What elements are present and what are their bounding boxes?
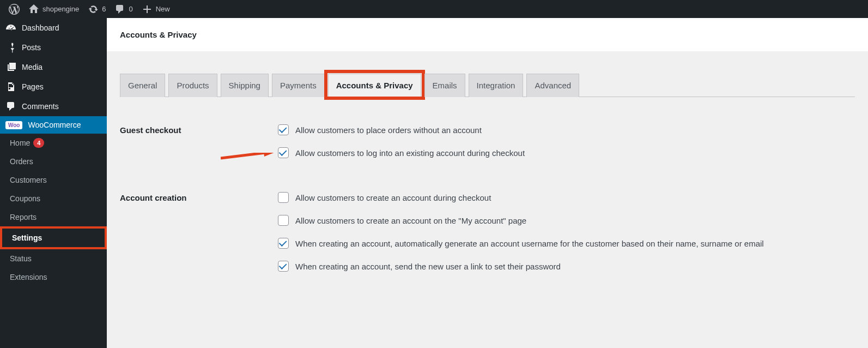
svg-line-0	[221, 153, 265, 158]
sidebar-sub-coupons[interactable]: Coupons	[0, 189, 107, 208]
tab-products[interactable]: Products	[168, 74, 217, 97]
sidebar-sub-settings[interactable]: Settings	[0, 226, 107, 249]
opt-password-link: When creating an account, send the new u…	[278, 261, 855, 272]
tab-advanced[interactable]: Advanced	[526, 74, 579, 97]
wp-logo-menu[interactable]	[4, 0, 24, 18]
home-icon	[28, 4, 39, 15]
tab-integration[interactable]: Integration	[469, 74, 524, 97]
svg-marker-1	[263, 153, 275, 157]
sidebar-sub-customers[interactable]: Customers	[0, 171, 107, 189]
sidebar-sub-label: Coupons	[10, 194, 40, 203]
tab-accounts-privacy[interactable]: Accounts & Privacy	[328, 74, 421, 97]
sidebar-item-label: Posts	[22, 43, 41, 52]
sidebar-item-label: Comments	[22, 102, 59, 111]
sidebar-item-media[interactable]: Media	[0, 57, 107, 77]
sidebar-sub-reports[interactable]: Reports	[0, 208, 107, 226]
row-guest-checkout: Guest checkout Allow customers to place …	[120, 124, 855, 170]
sidebar-item-dashboard[interactable]: Dashboard	[0, 18, 107, 38]
updates-link[interactable]: 6	[83, 0, 110, 18]
sidebar-sub-label: Extensions	[10, 272, 47, 282]
opt-auto-username: When creating an account, automatically …	[278, 238, 855, 249]
media-icon	[5, 62, 16, 73]
content-area: General Products Shipping Payments Accou…	[107, 51, 868, 305]
checkbox-auto-username[interactable]	[278, 238, 289, 249]
main-content: Accounts & Privacy General Products Ship…	[107, 18, 868, 348]
opt-login-during-checkout: Allow customers to log into an existing …	[278, 147, 855, 158]
dashboard-icon	[5, 22, 16, 33]
site-name: shopengine	[43, 5, 79, 13]
sidebar-sub-label: Reports	[10, 212, 37, 222]
sidebar-item-label: WooCommerce	[28, 121, 81, 129]
update-icon	[88, 4, 99, 15]
comment-icon	[114, 4, 125, 15]
site-home-link[interactable]: shopengine	[24, 0, 83, 18]
admin-bar: shopengine 6 0 New	[0, 0, 868, 18]
sidebar-sub-label: Home	[10, 138, 30, 148]
admin-sidebar: Dashboard Posts Media Pages Comments Woo…	[0, 18, 107, 348]
account-creation-fields: Allow customers to create an account dur…	[278, 192, 855, 284]
sidebar-item-woocommerce[interactable]: Woo WooCommerce	[0, 116, 107, 134]
sidebar-sub-status[interactable]: Status	[0, 249, 107, 268]
checkbox-label[interactable]: Allow customers to create an account dur…	[295, 193, 491, 202]
sidebar-item-posts[interactable]: Posts	[0, 38, 107, 57]
checkbox-label[interactable]: When creating an account, send the new u…	[295, 262, 561, 271]
sidebar-item-label: Pages	[22, 82, 44, 91]
comments-count: 0	[129, 5, 132, 13]
sidebar-item-label: Dashboard	[22, 23, 59, 32]
opt-create-during-checkout: Allow customers to create an account dur…	[278, 192, 855, 203]
woocommerce-icon: Woo	[5, 121, 22, 129]
sidebar-sub-label: Status	[10, 254, 32, 263]
arrow-annotation-icon	[221, 153, 275, 164]
sidebar-sub-label: Orders	[10, 157, 33, 166]
new-label: New	[156, 5, 170, 13]
form-table: Guest checkout Allow customers to place …	[120, 124, 855, 284]
sidebar-sub-home[interactable]: Home 4	[0, 134, 107, 152]
settings-tabs: General Products Shipping Payments Accou…	[120, 73, 855, 97]
checkbox-password-link[interactable]	[278, 261, 289, 272]
tab-general[interactable]: General	[120, 74, 165, 97]
sidebar-item-pages[interactable]: Pages	[0, 77, 107, 97]
sidebar-sub-label: Customers	[10, 175, 47, 185]
tab-payments[interactable]: Payments	[272, 74, 325, 97]
section-label-account-creation: Account creation	[120, 192, 278, 202]
tab-emails[interactable]: Emails	[424, 74, 465, 97]
opt-orders-without-account: Allow customers to place orders without …	[278, 124, 855, 135]
row-account-creation: Account creation Allow customers to crea…	[120, 192, 855, 284]
sidebar-sub-orders[interactable]: Orders	[0, 152, 107, 171]
comments-icon	[5, 101, 16, 112]
comments-link[interactable]: 0	[110, 0, 137, 18]
home-badge: 4	[33, 138, 44, 148]
sidebar-sub-extensions[interactable]: Extensions	[0, 268, 107, 286]
checkbox-label[interactable]: When creating an account, automatically …	[295, 239, 764, 248]
section-label-guest-checkout: Guest checkout	[120, 124, 278, 135]
opt-create-myaccount: Allow customers to create an account on …	[278, 215, 855, 226]
checkbox-label[interactable]: Allow customers to log into an existing …	[295, 148, 525, 158]
wordpress-logo-icon	[9, 4, 20, 15]
sidebar-item-label: Media	[22, 63, 43, 71]
sidebar-item-comments[interactable]: Comments	[0, 97, 107, 116]
pages-icon	[5, 81, 16, 92]
pin-icon	[5, 42, 16, 53]
plus-icon	[142, 4, 153, 15]
checkbox-create-during-checkout[interactable]	[278, 192, 289, 203]
sidebar-sub-label: Settings	[12, 233, 42, 243]
updates-count: 6	[102, 5, 106, 13]
page-title: Accounts & Privacy	[107, 18, 868, 51]
checkbox-create-myaccount[interactable]	[278, 215, 289, 226]
checkbox-label[interactable]: Allow customers to create an account on …	[295, 216, 526, 225]
new-content-link[interactable]: New	[137, 0, 174, 18]
checkbox-orders-without-account[interactable]	[278, 124, 289, 135]
guest-checkout-fields: Allow customers to place orders without …	[278, 124, 855, 170]
checkbox-login-during-checkout[interactable]	[278, 147, 289, 158]
tab-shipping[interactable]: Shipping	[221, 74, 269, 97]
checkbox-label[interactable]: Allow customers to place orders without …	[295, 125, 482, 135]
